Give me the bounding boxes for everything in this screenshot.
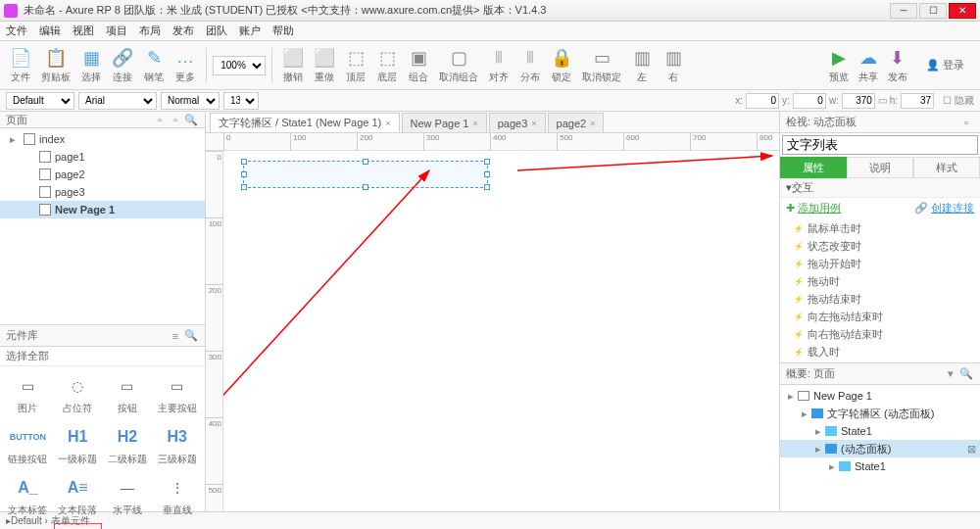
toolbar-剪贴板[interactable]: 📋剪贴板 [37,45,74,86]
toolbar-连接[interactable]: 🔗连接 [108,45,137,86]
menu-账户[interactable]: 账户 [239,24,261,38]
menu-帮助[interactable]: 帮助 [272,24,294,38]
toolbar-锁定[interactable]: 🔒锁定 [547,45,576,86]
widget-name-input[interactable] [782,135,978,155]
close-button[interactable]: ✕ [949,3,976,19]
coord-x-input[interactable] [746,93,779,109]
outline-item[interactable]: ▸(动态面板)⊠ [780,440,980,457]
event-item[interactable]: 状态改变时 [780,237,980,255]
outline-search-icon[interactable]: 🔍 [958,366,974,382]
create-link-link[interactable]: 🔗 创建连接 [914,201,974,216]
canvas-body[interactable]: 0100200300400500 [206,151,779,511]
inspector-tab-说明[interactable]: 说明 [847,157,913,178]
tab-close-icon[interactable]: × [590,119,595,128]
toolbar-左[interactable]: ▥左 [627,45,657,86]
toolbar-选择[interactable]: ▦选择 [76,45,106,86]
library-item-按钮[interactable]: ▭按钮 [104,370,152,419]
event-item[interactable]: 拖动开始时 [780,255,980,272]
toolbar-取消锁定[interactable]: ▭取消锁定 [578,45,625,86]
toolbar-钢笔[interactable]: ✎钢笔 [139,45,169,86]
event-item[interactable]: 载入时 [780,343,980,361]
menu-布局[interactable]: 布局 [139,24,161,38]
toolbar-取消组合[interactable]: ▢取消组合 [435,45,482,86]
library-item-中继器[interactable]: ⊞中继器 [153,523,201,529]
library-item-三级标题[interactable]: H3三级标题 [153,421,201,470]
library-item-垂直线[interactable]: ⋮垂直线 [153,472,201,521]
tab-close-icon[interactable]: × [472,119,477,128]
page-tree-item[interactable]: page2 [0,166,205,183]
menu-项目[interactable]: 项目 [106,24,127,38]
library-item-占位符[interactable]: ◌占位符 [54,370,102,419]
library-item-图片[interactable]: ▭图片 [4,370,52,419]
library-item-一级标题[interactable]: H1一级标题 [54,421,102,470]
menu-视图[interactable]: 视图 [73,24,94,38]
library-item-水平线[interactable]: —水平线 [104,472,152,521]
doc-tab[interactable]: New Page 1× [402,113,487,132]
doc-tab[interactable]: page2× [548,113,605,132]
outline-item[interactable]: ▸New Page 1 [780,387,980,405]
font-size-select[interactable]: 13 [223,92,259,110]
maximize-button[interactable]: ☐ [919,3,947,19]
tab-close-icon[interactable]: × [531,119,536,128]
search-icon[interactable]: 🔍 [183,112,199,127]
toolbar-右[interactable]: ▥右 [659,45,688,86]
outline-item[interactable]: ▸文字轮播区 (动态面板) [780,405,980,422]
canvas[interactable] [223,151,779,511]
inspector-tab-样式[interactable]: 样式 [913,157,980,178]
inspector-close-icon[interactable]: ▫ [958,115,974,130]
widget-style-select[interactable]: Default [6,92,74,110]
hidden-checkbox-label[interactable]: 隐藏 [955,94,974,108]
outline-filter-icon[interactable]: ▾ [943,366,958,382]
menu-发布[interactable]: 发布 [172,24,194,38]
toolbar-发布[interactable]: ⬇发布 [887,47,908,84]
toolbar-更多[interactable]: …更多 [171,45,200,86]
toolbar-对齐[interactable]: ⫴对齐 [484,45,514,86]
outline-item[interactable]: ▸State1 [780,422,980,440]
add-page-icon[interactable]: ▫ [152,112,168,127]
menu-团队[interactable]: 团队 [206,24,227,38]
toolbar-撤销[interactable]: ⬜撤销 [278,45,308,86]
toolbar-预览[interactable]: ▶预览 [828,47,850,84]
add-case-link[interactable]: ✚ 添加用例 [786,201,841,216]
inspector-tab-属性[interactable]: 属性 [780,157,847,178]
toolbar-组合[interactable]: ▣组合 [404,45,433,86]
library-filter[interactable]: 选择全部 [0,347,205,366]
add-folder-icon[interactable]: ▫ [168,112,183,127]
library-item-主要按钮[interactable]: ▭主要按钮 [153,370,201,419]
doc-tab[interactable]: 文字轮播区 / State1 (New Page 1)× [210,113,400,132]
minimize-button[interactable]: ─ [890,3,917,19]
page-tree-item[interactable]: New Page 1 [0,201,205,218]
event-item[interactable]: 向右拖动结束时 [780,325,980,343]
doc-tab[interactable]: page3× [489,113,546,132]
coord-w-input[interactable] [842,93,875,109]
tab-close-icon[interactable]: × [385,119,390,128]
menu-文件[interactable]: 文件 [6,24,27,38]
toolbar-文件[interactable]: 📄文件 [6,45,35,86]
font-weight-select[interactable]: Normal [161,92,220,110]
event-item[interactable]: 鼠标单击时 [780,219,980,237]
login-button[interactable]: 👤 登录 [926,58,964,72]
library-item-二级标题[interactable]: H2二级标题 [104,421,152,470]
library-item-内联框架[interactable]: ▦内联框架 [104,523,152,529]
toolbar-顶层[interactable]: ⬚顶层 [341,45,370,86]
page-tree-item[interactable]: page1 [0,148,205,166]
lib-menu-icon[interactable]: ≡ [168,328,183,344]
font-select[interactable]: Arial [78,92,157,110]
page-tree-item[interactable]: page3 [0,183,205,201]
toolbar-共享[interactable]: ☁共享 [858,47,879,84]
coord-h-input[interactable] [901,93,934,109]
toolbar-分布[interactable]: ⫴分布 [515,45,545,86]
coord-y-input[interactable] [793,93,826,109]
selected-widget[interactable] [243,161,488,188]
toolbar-重做[interactable]: ⬜重做 [310,45,339,86]
menu-编辑[interactable]: 编辑 [39,24,61,38]
event-item[interactable]: 向左拖动结束时 [780,308,980,325]
zoom-select[interactable]: 100% [213,56,266,75]
library-item-链接按钮[interactable]: BUTTON链接按钮 [4,421,52,470]
toolbar-底层[interactable]: ⬚底层 [372,45,402,86]
outline-item[interactable]: ▸State1 [780,457,980,475]
page-tree-item[interactable]: ▸index [0,130,205,148]
event-item[interactable]: 拖动时 [780,272,980,290]
lib-search-icon[interactable]: 🔍 [183,328,199,344]
event-item[interactable]: 拖动结束时 [780,290,980,308]
